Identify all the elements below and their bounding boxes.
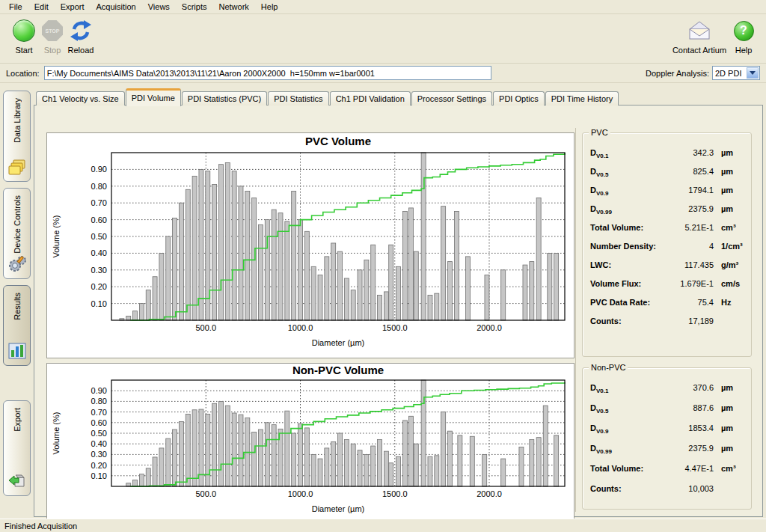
nonpvc-stats-group: Non-PVC DV0.1 370.6 µm DV0.5 887.6 µm <box>582 367 752 510</box>
help-button[interactable]: ? Help <box>727 17 760 55</box>
reload-button[interactable]: Reload <box>61 17 100 55</box>
svg-text:Volume (%): Volume (%) <box>52 215 61 258</box>
stat-value: 1853.4 <box>667 424 714 432</box>
svg-text:0.60: 0.60 <box>91 418 107 427</box>
stat-unit: Hz <box>714 298 745 307</box>
sidebar-item-results[interactable]: Results <box>3 285 31 366</box>
svg-text:0.50: 0.50 <box>91 429 107 438</box>
svg-text:1000.0: 1000.0 <box>288 323 313 332</box>
tab[interactable]: PDI Statistics <box>268 91 328 106</box>
stat-row: DV0.1 370.6 µm <box>590 383 745 403</box>
stat-value: 2375.9 <box>667 444 714 453</box>
doppler-analysis-label: Doppler Analysis: <box>646 69 709 78</box>
tab[interactable]: PDI Optics <box>493 91 545 106</box>
menu-item[interactable]: Scripts <box>176 1 213 13</box>
svg-text:Non-PVC Volume: Non-PVC Volume <box>292 364 384 376</box>
svg-text:0.40: 0.40 <box>91 248 107 257</box>
tab[interactable]: Processor Settings <box>411 91 492 106</box>
stat-row: DV0.99 2375.9 µm <box>590 444 745 464</box>
svg-text:500.0: 500.0 <box>195 489 216 498</box>
svg-text:0.90: 0.90 <box>91 386 107 395</box>
menu-item[interactable]: Acquisition <box>91 1 142 13</box>
stat-label: LWC: <box>590 260 667 272</box>
stat-row: DV0.9 1853.4 µm <box>590 424 745 444</box>
stat-value: 2375.9 <box>667 204 714 213</box>
location-row: Location: Doppler Analysis: 2D PDI <box>0 64 766 83</box>
svg-text:0.10: 0.10 <box>91 471 107 480</box>
svg-text:0.20: 0.20 <box>91 282 107 291</box>
sidebar-item-data-library[interactable]: Data Library <box>3 91 31 182</box>
stat-label: Total Volume: <box>590 464 667 475</box>
folders-icon <box>7 157 27 177</box>
stat-unit: µm <box>714 167 745 176</box>
doppler-analysis-value: 2D PDI <box>715 69 741 78</box>
export-icon <box>7 471 27 491</box>
stat-value: 5.21E-1 <box>667 223 714 232</box>
stat-row: Total Volume: 4.47E-1 cm³ <box>590 464 745 484</box>
stat-value: 1.679E-1 <box>667 279 714 288</box>
stat-value: 370.6 <box>667 383 714 392</box>
stat-label: DV0.99 <box>590 204 667 215</box>
sidebar-item-device-controls[interactable]: Device Controls <box>3 188 31 279</box>
svg-text:0.60: 0.60 <box>91 215 107 224</box>
svg-text:0.40: 0.40 <box>91 439 107 448</box>
stat-value: 75.4 <box>667 298 714 307</box>
menu-item[interactable]: Help <box>255 1 284 13</box>
reload-label: Reload <box>61 46 100 55</box>
menu-item[interactable]: File <box>3 1 28 13</box>
tab[interactable]: PDI Time History <box>545 91 619 106</box>
help-label: Help <box>727 46 760 55</box>
stat-row: Number Density: 4 1/cm³ <box>590 242 745 260</box>
stat-unit: cm³ <box>714 223 745 232</box>
stat-value: 4 <box>667 242 714 251</box>
tab-page-pdi-volume: 0.100.200.300.400.500.600.700.800.90500.… <box>34 105 763 517</box>
stat-value: 10,003 <box>667 484 714 493</box>
stat-label: DV0.99 <box>590 444 667 455</box>
svg-text:Volume (%): Volume (%) <box>52 412 61 455</box>
tab[interactable]: Ch1 Velocity vs. Size <box>36 91 125 106</box>
pvc-volume-chart: 0.100.200.300.400.500.600.700.800.90500.… <box>46 132 574 358</box>
svg-text:0.20: 0.20 <box>91 461 107 470</box>
location-input[interactable] <box>44 66 491 80</box>
stat-unit: µm <box>714 148 745 157</box>
sidebar-item-label: Export <box>13 408 22 432</box>
stat-row: Total Volume: 5.21E-1 cm³ <box>590 223 745 242</box>
stat-row: DV0.99 2375.9 µm <box>590 204 745 223</box>
menu-item[interactable]: Views <box>142 1 176 13</box>
stat-value: 4.47E-1 <box>667 464 714 473</box>
stat-row: DV0.5 887.6 µm <box>590 403 745 424</box>
svg-text:0.30: 0.30 <box>91 266 107 275</box>
stat-row: PVC Data Rate: 75.4 Hz <box>590 298 745 317</box>
stat-label: DV0.1 <box>590 383 667 394</box>
envelope-icon <box>686 20 713 41</box>
menu-item[interactable]: Edit <box>28 1 55 13</box>
svg-text:0.30: 0.30 <box>91 450 107 459</box>
menu-item[interactable]: Network <box>212 1 254 13</box>
tab[interactable]: Ch1 PDI Validation <box>330 91 411 106</box>
svg-text:0.90: 0.90 <box>91 165 107 174</box>
svg-text:1500.0: 1500.0 <box>382 489 408 498</box>
stat-value: 825.4 <box>667 167 714 176</box>
stats-panel: PVC DV0.1 342.3 µm DV0.5 825.4 µm <box>575 128 755 512</box>
chevron-down-icon[interactable] <box>747 67 759 79</box>
stat-row: DV0.5 825.4 µm <box>590 167 745 186</box>
group-title: PVC <box>589 128 610 137</box>
tab[interactable]: PDI Statistics (PVC) <box>182 91 267 106</box>
svg-text:0.70: 0.70 <box>91 198 107 207</box>
pvc-stats-group: PVC DV0.1 342.3 µm DV0.5 825.4 µm <box>582 132 752 357</box>
stat-unit: cm/s <box>714 279 745 288</box>
contact-artium-button[interactable]: Contact Artium <box>670 17 729 55</box>
stat-row: LWC: 117.435 g/m³ <box>590 260 745 279</box>
tab[interactable]: PDI Volume <box>126 88 181 106</box>
stat-row: DV0.9 1794.1 µm <box>590 186 745 204</box>
menu-item[interactable]: Export <box>55 1 91 13</box>
main-panel: Ch1 Velocity vs. SizePDI VolumePDI Stati… <box>34 88 763 517</box>
svg-text:2000.0: 2000.0 <box>477 323 502 332</box>
stat-unit: µm <box>714 444 745 453</box>
stat-value: 1794.1 <box>667 186 714 195</box>
doppler-analysis-select[interactable]: 2D PDI <box>712 66 760 80</box>
sidebar-item-export[interactable]: Export <box>3 400 31 496</box>
svg-text:500.0: 500.0 <box>195 323 216 332</box>
stat-value: 887.6 <box>667 403 714 412</box>
contact-artium-label: Contact Artium <box>670 46 729 55</box>
